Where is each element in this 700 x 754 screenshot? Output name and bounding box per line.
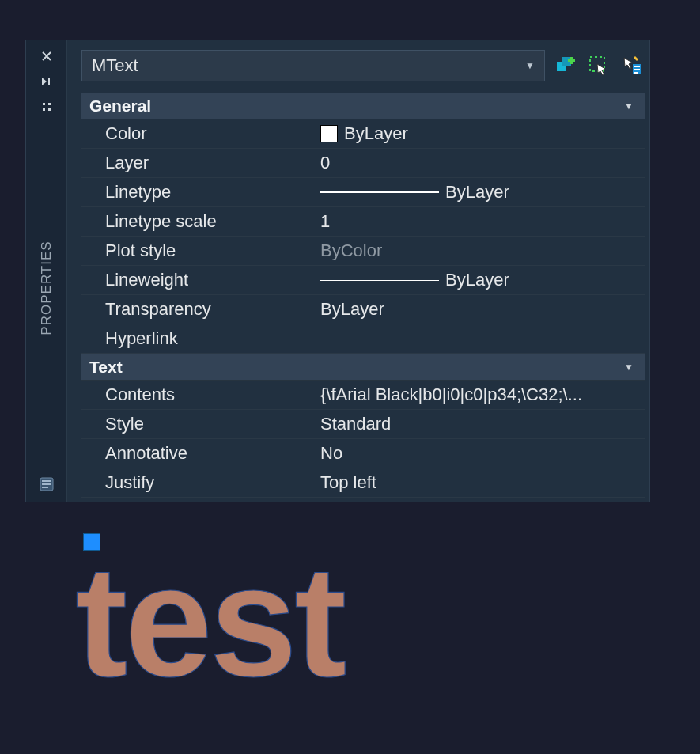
prop-label-style: Style: [81, 410, 319, 439]
svg-rect-12: [634, 69, 640, 70]
section-body-general: ColorByLayer Layer0 LinetypeByLayer Line…: [81, 119, 645, 354]
prop-value-color[interactable]: ByLayer: [319, 119, 645, 149]
svg-rect-4: [42, 487, 48, 488]
prop-value-contents[interactable]: {\fArial Black|b0|i0|c0|p34;\C32;\...: [319, 381, 645, 410]
chevron-down-icon: ▼: [525, 60, 535, 71]
chevron-down-icon: ▼: [624, 100, 634, 112]
linetype-preview-icon: [320, 191, 439, 193]
prop-value-style[interactable]: Standard: [319, 410, 645, 439]
close-icon[interactable]: [37, 47, 56, 66]
autohide-icon[interactable]: [37, 72, 56, 91]
prop-value-linetype[interactable]: ByLayer: [319, 178, 645, 207]
svg-rect-2: [42, 480, 51, 482]
mtext-object[interactable]: test: [75, 542, 344, 700]
panel-body: MText ▼: [67, 40, 649, 502]
properties-icon[interactable]: [39, 476, 55, 492]
svg-rect-3: [42, 483, 51, 485]
svg-rect-11: [634, 66, 640, 67]
prop-value-layer[interactable]: 0: [319, 149, 645, 178]
prop-label-layer: Layer: [81, 149, 319, 178]
prop-value-linetypescale[interactable]: 1: [319, 207, 645, 237]
section-body-text: Contents{\fArial Black|b0|i0|c0|p34;\C32…: [81, 381, 645, 498]
select-objects-button[interactable]: [586, 53, 611, 78]
svg-rect-0: [48, 78, 50, 85]
quick-select-button[interactable]: [619, 53, 645, 78]
prop-label-color: Color: [81, 119, 319, 149]
drawing-canvas[interactable]: test: [0, 510, 700, 754]
object-type-dropdown[interactable]: MText ▼: [81, 50, 545, 81]
prop-label-hyperlink: Hyperlink: [81, 324, 319, 354]
section-title: General: [89, 97, 151, 116]
prop-label-annotative: Annotative: [81, 439, 319, 468]
prop-label-transparency: Transparency: [81, 295, 319, 324]
prop-label-lineweight: Lineweight: [81, 266, 319, 295]
prop-label-contents: Contents: [81, 381, 319, 410]
prop-value-transparency[interactable]: ByLayer: [319, 295, 645, 324]
prop-label-linetype: Linetype: [81, 178, 319, 207]
palette-rail: PROPERTIES: [26, 40, 67, 502]
section-header-general[interactable]: General ▼: [81, 93, 645, 119]
prop-label-plotstyle: Plot style: [81, 237, 319, 266]
prop-label-justify: Justify: [81, 468, 319, 498]
svg-rect-13: [634, 72, 638, 74]
property-sections: General ▼ ColorByLayer Layer0 LinetypeBy…: [81, 93, 645, 502]
section-title: Text: [89, 358, 123, 377]
panel-header: MText ▼: [81, 48, 645, 83]
toggle-pickadd-button[interactable]: [553, 53, 578, 78]
chevron-down-icon: ▼: [624, 362, 634, 373]
prop-value-plotstyle: ByColor: [319, 237, 645, 266]
prop-value-lineweight[interactable]: ByLayer: [319, 266, 645, 295]
properties-palette: PROPERTIES MText ▼: [25, 40, 650, 502]
section-header-text[interactable]: Text ▼: [81, 354, 645, 381]
prop-value-annotative[interactable]: No: [319, 439, 645, 468]
lineweight-preview-icon: [320, 280, 439, 281]
svg-rect-8: [568, 59, 575, 62]
options-icon[interactable]: [37, 97, 56, 116]
prop-value-hyperlink[interactable]: [319, 324, 645, 354]
object-type-value: MText: [92, 55, 138, 76]
color-swatch-icon: [320, 125, 338, 142]
prop-value-justify[interactable]: Top left: [319, 468, 645, 498]
palette-title: PROPERTIES: [39, 241, 55, 335]
prop-label-linetypescale: Linetype scale: [81, 207, 319, 237]
